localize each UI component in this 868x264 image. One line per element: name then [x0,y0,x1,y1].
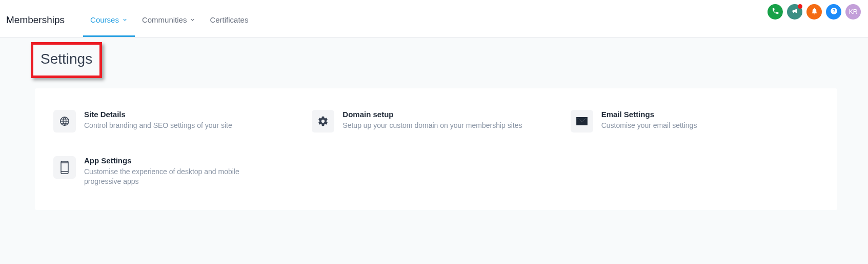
setting-text: Site Details Control branding and SEO se… [84,110,232,133]
globe-icon [53,110,76,133]
setting-text: App Settings Customise the experience of… [84,156,269,186]
tabs: Courses Communities Certificates [83,0,255,37]
gear-icon [312,110,334,133]
avatar[interactable]: KR [845,4,861,20]
setting-email-settings[interactable]: Email Settings Customise your email sett… [571,110,819,133]
header-actions: KR [768,0,868,20]
mail-icon [571,110,593,133]
title-highlight-box: Settings [31,42,102,78]
tab-communities[interactable]: Communities [135,15,203,37]
avatar-initials: KR [849,8,858,15]
setting-domain-setup[interactable]: Domain setup Setup up your custom domain… [312,110,560,133]
setting-title: Site Details [84,110,232,119]
chevron-down-icon [190,17,195,23]
setting-desc: Customise your email settings [601,121,697,130]
setting-text: Domain setup Setup up your custom domain… [342,110,522,133]
page-title: Settings [41,51,92,67]
top-nav: Memberships Courses Communities Certific… [0,0,255,37]
settings-grid: Site Details Control branding and SEO se… [53,110,819,186]
section-label: Memberships [6,1,71,36]
setting-title: Domain setup [342,110,522,119]
phone-icon [772,7,779,16]
tab-label: Courses [90,15,119,24]
tab-courses[interactable]: Courses [83,15,135,37]
announcement-button[interactable] [787,4,802,20]
content-area: Settings Site Details Control branding a… [0,37,868,264]
setting-desc: Control branding and SEO settings of you… [84,121,232,130]
notification-button[interactable] [806,4,822,20]
settings-card: Site Details Control branding and SEO se… [35,88,837,210]
bell-icon [811,7,818,16]
top-header: Memberships Courses Communities Certific… [0,0,868,37]
setting-desc: Setup up your custom domain on your memb… [342,121,522,130]
setting-site-details[interactable]: Site Details Control branding and SEO se… [53,110,301,133]
setting-desc: Customise the experience of desktop and … [84,167,269,186]
question-icon [830,7,838,16]
setting-title: App Settings [84,156,269,165]
phone-button[interactable] [768,4,783,20]
chevron-down-icon [122,17,128,23]
megaphone-icon [791,7,799,16]
setting-app-settings[interactable]: App Settings Customise the experience of… [53,156,301,186]
mobile-icon [53,156,76,179]
setting-text: Email Settings Customise your email sett… [601,110,697,133]
tab-label: Certificates [210,15,248,24]
tab-certificates[interactable]: Certificates [203,15,255,37]
help-button[interactable] [826,4,841,20]
tab-label: Communities [142,15,187,24]
setting-title: Email Settings [601,110,697,119]
notification-dot-icon [798,4,802,9]
